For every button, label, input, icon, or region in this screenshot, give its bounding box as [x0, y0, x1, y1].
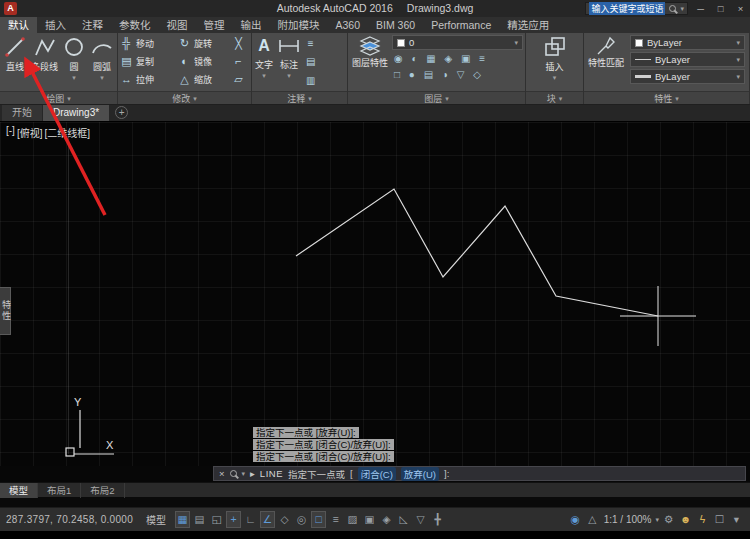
dynamic-input-icon[interactable]: + [226, 511, 241, 528]
array-button[interactable]: ▱ [232, 70, 246, 88]
ribbon-tab-bim360[interactable]: BIM 360 [368, 17, 423, 33]
object-color-dropdown[interactable]: ByLayer ▾ [630, 35, 745, 50]
arc-caret-icon[interactable]: ▾ [100, 74, 104, 81]
customization-caret-icon[interactable]: ▾ [729, 511, 744, 528]
annotation-scale-control[interactable]: 1:1 / 100% [604, 514, 652, 525]
panel-annotation-footer[interactable]: 注释 ▾ [252, 91, 347, 104]
transparency-icon[interactable]: ▨ [345, 511, 360, 528]
help-search-input[interactable]: 输入关键字或短语 ▾ [585, 2, 688, 15]
scale-caret-icon[interactable]: ▾ [655, 516, 659, 523]
minimize-button[interactable]: ─ [693, 0, 708, 17]
layout-tab-model[interactable]: 模型 [0, 483, 38, 498]
panel-draw-caret-icon[interactable]: ▾ [67, 95, 71, 102]
insert-block-button[interactable]: 插入 ▾ [542, 34, 568, 90]
command-history-caret-icon[interactable]: ▾ [242, 470, 246, 477]
ribbon-tab-insert[interactable]: 插入 [37, 17, 74, 33]
ribbon-tab-output[interactable]: 输出 [233, 17, 270, 33]
rotate-button[interactable]: ↻旋转 [178, 34, 232, 52]
layer-select-dropdown[interactable]: 0 ▾ [392, 35, 523, 50]
isometric-draft-icon[interactable]: ◇ [277, 511, 292, 528]
close-button[interactable]: × [733, 0, 748, 17]
object-snap-tracking-icon[interactable]: ◎ [294, 511, 309, 528]
search-caret-icon[interactable]: ▾ [680, 5, 684, 12]
lineweight-dropdown[interactable]: ByLayer ▾ [630, 69, 745, 84]
model-space-toggle[interactable]: 模型 [141, 512, 171, 527]
color-dropdown-caret-icon[interactable]: ▾ [736, 39, 740, 46]
grid-icon[interactable]: ▦ [175, 511, 190, 528]
panel-block-footer[interactable]: 块 ▾ [526, 91, 583, 104]
panel-annotation-caret-icon[interactable]: ▾ [308, 95, 312, 102]
new-drawing-button[interactable]: + [115, 106, 128, 119]
ribbon-tab-annotate[interactable]: 注释 [74, 17, 111, 33]
selection-cycling-icon[interactable]: ▣ [362, 511, 377, 528]
ribbon-tab-a360[interactable]: A360 [328, 17, 369, 33]
ribbon-tab-parametric[interactable]: 参数化 [111, 17, 159, 33]
circle-tool-button[interactable]: 圆 ▾ [61, 34, 87, 90]
3d-object-snap-icon[interactable]: ◈ [379, 511, 394, 528]
infer-constraints-icon[interactable]: ◱ [209, 511, 224, 528]
arc-tool-button[interactable]: 圆弧 ▾ [89, 34, 115, 90]
layer-tools-row-1[interactable]: ◉ ◐ ▦ ◈ ▣ ≡ [392, 52, 523, 66]
layer-dropdown-caret-icon[interactable]: ▾ [514, 39, 518, 46]
lineweight-icon[interactable]: ≡ [328, 511, 343, 528]
text-caret-icon[interactable]: ▾ [262, 72, 266, 79]
text-tool-button[interactable]: A 文字 ▾ [254, 34, 274, 90]
stretch-button[interactable]: ↔拉伸 [120, 70, 178, 88]
command-line[interactable]: × ▾ ▸ LINE 指定下一点或 [ 闭合(C) 放弃(U) ]: [213, 466, 746, 481]
drawing-canvas[interactable]: [-] [俯视] [二维线框] 特性 Y X 指定下一点或 [放弃(U)]: 指… [0, 122, 750, 466]
panel-modify-footer[interactable]: 修改 ▾ [118, 91, 251, 104]
move-button[interactable]: ╬移动 [120, 34, 178, 52]
polar-tracking-icon[interactable]: ∠ [260, 511, 275, 528]
search-icon[interactable] [669, 5, 676, 12]
annotation-autoscale-icon[interactable]: △ [585, 511, 600, 528]
multileader-icon[interactable]: ▥ [306, 75, 315, 86]
dimension-caret-icon[interactable]: ▾ [287, 72, 291, 79]
panel-properties-caret-icon[interactable]: ▾ [675, 95, 679, 102]
isolate-objects-icon[interactable]: ☻ [678, 511, 693, 528]
restore-button[interactable]: □ [713, 0, 728, 17]
lineweight-dropdown-caret-icon[interactable]: ▾ [736, 73, 740, 80]
ortho-icon[interactable]: ∟ [243, 511, 258, 528]
panel-layers-caret-icon[interactable]: ▾ [445, 95, 449, 102]
command-option-undo[interactable]: 放弃(U) [401, 467, 439, 481]
linetype-dropdown-caret-icon[interactable]: ▾ [736, 56, 740, 63]
panel-draw-footer[interactable]: 绘图 ▾ [0, 91, 117, 104]
copy-button[interactable]: ▤复制 [120, 52, 178, 70]
ribbon-tab-manage[interactable]: 管理 [196, 17, 233, 33]
gizmo-icon[interactable]: ╋ [430, 511, 445, 528]
polyline-tool-button[interactable]: 多段线 [30, 34, 59, 90]
selection-filter-icon[interactable]: ▽ [413, 511, 428, 528]
table-icon[interactable]: ▤ [306, 56, 315, 67]
graphics-performance-icon[interactable]: ϟ [695, 511, 710, 528]
panel-block-caret-icon[interactable]: ▾ [559, 95, 563, 102]
match-properties-button[interactable]: 特性匹配 [586, 34, 626, 90]
ribbon-tab-featured-apps[interactable]: 精选应用 [499, 17, 557, 33]
annotation-visibility-icon[interactable]: ◉ [568, 511, 583, 528]
layout-tab-layout1[interactable]: 布局1 [38, 483, 81, 498]
ribbon-tab-view[interactable]: 视图 [159, 17, 196, 33]
command-close-icon[interactable]: × [219, 468, 225, 479]
ribbon-tab-performance[interactable]: Performance [423, 17, 499, 33]
leader-icon[interactable]: ≡ [306, 38, 315, 49]
ribbon-tab-home[interactable]: 默认 [0, 17, 37, 33]
snap-icon[interactable]: ▤ [192, 511, 207, 528]
command-option-close[interactable]: 闭合(C) [358, 467, 396, 481]
trim-button[interactable]: ╳ [232, 34, 246, 52]
workspace-gear-icon[interactable]: ⚙ [661, 511, 676, 528]
insert-caret-icon[interactable]: ▾ [553, 74, 557, 81]
scale-button[interactable]: △缩放 [178, 70, 232, 88]
layer-tools-row-2[interactable]: □ ● ▤ ◑ ▽ ◇ [392, 68, 523, 82]
line-tool-button[interactable]: 直线 [2, 34, 28, 90]
drawn-polyline[interactable] [296, 189, 658, 316]
command-search-icon[interactable] [230, 470, 237, 477]
layout-tab-layout2[interactable]: 布局2 [81, 483, 124, 498]
file-tab-drawing3[interactable]: Drawing3* [43, 105, 109, 121]
mirror-button[interactable]: ◐镜像 [178, 52, 232, 70]
panel-layers-footer[interactable]: 图层 ▾ [348, 91, 525, 104]
linetype-dropdown[interactable]: ByLayer ▾ [630, 52, 745, 67]
clean-screen-icon[interactable]: ☐ [712, 511, 727, 528]
layer-properties-button[interactable]: 图层特性 [350, 34, 390, 90]
panel-modify-caret-icon[interactable]: ▾ [193, 95, 197, 102]
dimension-tool-button[interactable]: 标注 ▾ [276, 34, 302, 90]
fillet-button[interactable]: ⌐ [232, 52, 246, 70]
